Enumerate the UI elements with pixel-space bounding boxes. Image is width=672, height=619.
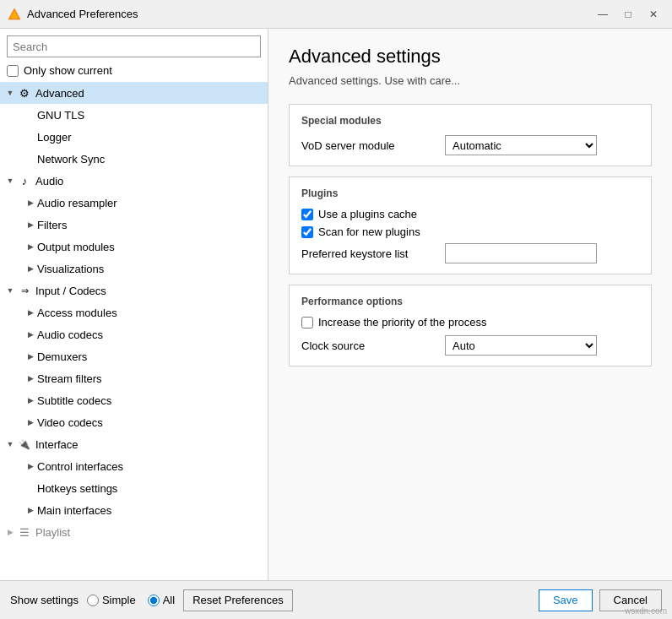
radio-all-label: All	[163, 594, 175, 606]
plugins-cache-row: Use a plugins cache	[301, 208, 639, 220]
expand-filters-arrow	[24, 218, 37, 231]
expand-main-interfaces-arrow	[24, 503, 37, 517]
keystore-row: Preferred keystore list	[301, 243, 639, 263]
radio-all[interactable]	[148, 595, 160, 606]
vod-server-label: VoD server module	[301, 139, 436, 152]
vod-server-dropdown[interactable]: Automatic None	[445, 135, 597, 155]
reset-preferences-button[interactable]: Reset Preferences	[183, 589, 293, 611]
sidebar-item-main-interfaces[interactable]: Main interfaces	[0, 499, 268, 521]
expand-access-modules-arrow	[24, 306, 37, 319]
sidebar-item-audio-resampler-label: Audio resampler	[37, 197, 117, 209]
radio-simple[interactable]	[87, 595, 99, 606]
expand-playlist-arrow	[3, 525, 17, 539]
keystore-input[interactable]	[445, 243, 597, 263]
sidebar-item-filters-label: Filters	[37, 219, 67, 231]
performance-options-title: Performance options	[301, 296, 639, 307]
expand-subtitle-codecs-arrow	[24, 394, 37, 407]
sidebar-item-input-codecs[interactable]: ⇒ Input / Codecs	[0, 280, 268, 301]
increase-priority-checkbox[interactable]	[301, 317, 313, 329]
sidebar-item-logger[interactable]: Logger	[0, 126, 268, 148]
playlist-icon: ☰	[17, 524, 32, 540]
performance-options-section: Performance options Increase the priorit…	[289, 285, 652, 367]
radio-all-item: All	[148, 594, 175, 606]
interface-icon: 🔌	[17, 437, 32, 452]
close-button[interactable]: ✕	[642, 4, 665, 24]
tree-container: ⚙ Advanced GNU TLS Logger Network Sync ♪	[0, 82, 268, 580]
title-bar: Advanced Preferences — □ ✕	[0, 0, 672, 29]
sidebar: Only show current ⚙ Advanced GNU TLS Log…	[0, 29, 268, 580]
maximize-button[interactable]: □	[616, 4, 640, 24]
panel-title: Advanced settings	[289, 46, 652, 68]
sidebar-item-interface[interactable]: 🔌 Interface	[0, 433, 268, 455]
keystore-label: Preferred keystore list	[301, 247, 436, 260]
scan-new-plugins-label: Scan for new plugins	[318, 225, 420, 238]
sidebar-item-gnu-tls-label: GNU TLS	[37, 109, 84, 122]
plugins-cache-label: Use a plugins cache	[318, 208, 417, 220]
sidebar-item-hotkeys-settings-label: Hotkeys settings	[37, 482, 117, 495]
expand-input-codecs-arrow	[3, 284, 17, 297]
sidebar-item-demuxers[interactable]: Demuxers	[0, 345, 268, 367]
sidebar-item-demuxers-label: Demuxers	[37, 350, 87, 363]
plugins-cache-checkbox[interactable]	[301, 209, 313, 220]
search-bar	[0, 29, 268, 61]
sidebar-item-audio[interactable]: ♪ Audio	[0, 170, 268, 192]
expand-video-codecs-arrow	[24, 415, 37, 429]
sidebar-item-video-codecs[interactable]: Video codecs	[0, 411, 268, 433]
sidebar-item-stream-filters[interactable]: Stream filters	[0, 367, 268, 389]
radio-simple-item: Simple	[87, 594, 136, 606]
expand-control-interfaces-arrow	[24, 459, 37, 473]
only-show-current-checkbox[interactable]	[7, 65, 19, 77]
panel-subtitle: Advanced settings. Use with care...	[289, 74, 652, 87]
scan-new-plugins-checkbox[interactable]	[301, 226, 313, 238]
sidebar-item-filters[interactable]: Filters	[0, 214, 268, 236]
sidebar-item-advanced-label: Advanced	[35, 87, 84, 100]
bottom-bar: Show settings Simple All Reset Preferenc…	[0, 580, 672, 619]
expand-interface-arrow	[3, 437, 17, 451]
clock-source-row: Clock source Auto System Monotonic	[301, 335, 639, 356]
radio-simple-label: Simple	[102, 594, 136, 606]
only-show-current-label: Only show current	[24, 64, 112, 77]
sidebar-item-audio-codecs[interactable]: Audio codecs	[0, 323, 268, 345]
sidebar-item-hotkeys-settings[interactable]: Hotkeys settings	[0, 477, 268, 499]
minimize-button[interactable]: —	[591, 4, 615, 24]
save-button[interactable]: Save	[539, 589, 593, 611]
sidebar-item-network-sync[interactable]: Network Sync	[0, 148, 268, 170]
sidebar-item-output-modules-label: Output modules	[37, 241, 115, 253]
sidebar-item-playlist[interactable]: ☰ Playlist	[0, 521, 268, 543]
increase-priority-row: Increase the priority of the process	[301, 316, 639, 329]
sidebar-item-gnu-tls[interactable]: GNU TLS	[0, 104, 268, 126]
sidebar-item-output-modules[interactable]: Output modules	[0, 236, 268, 258]
sidebar-item-stream-filters-label: Stream filters	[37, 372, 102, 385]
expand-audio-arrow	[3, 174, 17, 187]
expand-demuxers-arrow	[24, 350, 37, 363]
sidebar-item-access-modules[interactable]: Access modules	[0, 301, 268, 323]
sidebar-item-input-codecs-label: Input / Codecs	[35, 285, 106, 297]
audio-icon: ♪	[17, 173, 32, 188]
sidebar-item-audio-resampler[interactable]: Audio resampler	[0, 192, 268, 214]
sidebar-item-audio-codecs-label: Audio codecs	[37, 329, 103, 341]
vlc-app-icon	[7, 7, 22, 22]
search-input[interactable]	[7, 35, 261, 57]
sidebar-item-subtitle-codecs-label: Subtitle codecs	[37, 394, 111, 407]
expand-stream-filters-arrow	[24, 372, 37, 385]
special-modules-section: Special modules VoD server module Automa…	[289, 104, 652, 166]
clock-source-dropdown[interactable]: Auto System Monotonic	[445, 335, 597, 356]
window-controls: — □ ✕	[591, 4, 665, 24]
sidebar-item-visualizations-label: Visualizations	[37, 263, 104, 275]
expand-advanced-arrow	[3, 86, 17, 100]
sidebar-item-subtitle-codecs[interactable]: Subtitle codecs	[0, 389, 268, 411]
sidebar-item-interface-label: Interface	[35, 438, 79, 451]
plugins-section: Plugins Use a plugins cache Scan for new…	[289, 176, 652, 274]
advanced-icon: ⚙	[17, 85, 32, 100]
expand-audio-codecs-arrow	[24, 328, 37, 341]
sidebar-item-audio-label: Audio	[35, 175, 63, 187]
show-settings-label: Show settings	[10, 594, 79, 606]
show-settings-radio-group: Simple All	[87, 594, 175, 606]
only-show-current-row: Only show current	[0, 61, 268, 82]
sidebar-item-visualizations[interactable]: Visualizations	[0, 258, 268, 280]
sidebar-item-logger-label: Logger	[37, 131, 71, 144]
sidebar-item-control-interfaces[interactable]: Control interfaces	[0, 455, 268, 477]
watermark: wsxdn.com	[625, 606, 667, 616]
window-title: Advanced Preferences	[27, 8, 591, 20]
sidebar-item-advanced[interactable]: ⚙ Advanced	[0, 82, 268, 104]
